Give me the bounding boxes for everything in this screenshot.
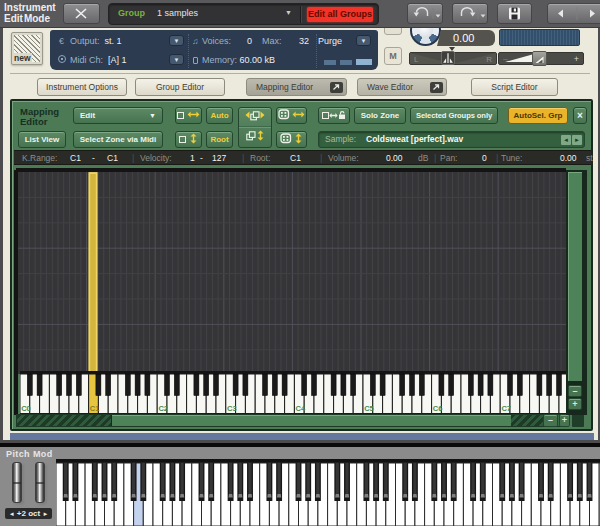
svg-text:C2: C2 [158, 404, 168, 413]
svg-text:C1: C1 [90, 404, 100, 413]
svg-text:C7: C7 [501, 404, 511, 413]
svg-text:C3: C3 [227, 404, 237, 413]
svg-text:C5: C5 [364, 404, 374, 413]
svg-text:C0: C0 [21, 404, 31, 413]
svg-text:C4: C4 [296, 404, 306, 413]
svg-text:C6: C6 [433, 404, 443, 413]
